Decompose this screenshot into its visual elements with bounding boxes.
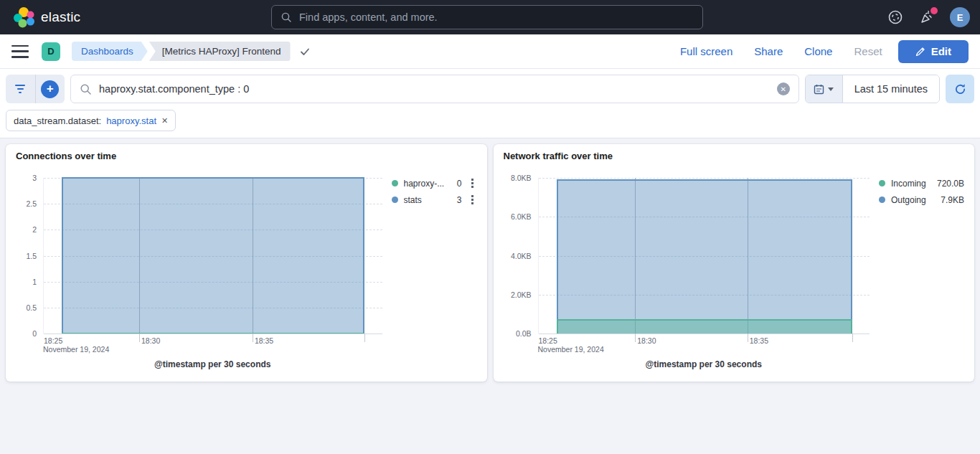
x-axis-tick-label: 18:35 [750, 336, 768, 345]
saved-query-menu-button[interactable] [6, 75, 35, 103]
x-axis-tick-label: 18:30 [141, 336, 160, 345]
elastic-logo[interactable]: elastic [13, 6, 80, 28]
user-avatar[interactable]: E [950, 7, 970, 27]
chart-plot-area[interactable]: 18:2518:3018:35 [43, 178, 382, 334]
pencil-icon [915, 47, 925, 57]
x-axis-tick-label: 18:25 [44, 336, 62, 345]
plus-circle-icon: + [41, 80, 59, 98]
clear-query-button[interactable]: ✕ [777, 82, 790, 95]
search-icon [80, 83, 92, 95]
series-line-stats [62, 177, 364, 179]
area-fill-incoming [557, 320, 852, 334]
legend-menu-icon[interactable] [468, 179, 477, 188]
legend-menu-icon[interactable] [468, 195, 477, 204]
legend-item-haproxy[interactable]: haproxy-...0 [392, 178, 477, 189]
x-axis-tick [748, 334, 748, 342]
global-header: elastic Find apps, content, and more. E [0, 0, 980, 34]
chart-legend: haproxy-...0stats3 [382, 178, 477, 334]
y-axis-tick-label: 2 [32, 225, 37, 234]
area-edge-incoming [851, 320, 852, 334]
refresh-button[interactable] [946, 75, 974, 103]
x-axis-title: @timestamp per 30 seconds [43, 359, 382, 369]
panel-network-traffic-over-time: Network traffic over time 8.0KB6.0KB4.0K… [494, 144, 975, 382]
panel-title: Connections over time [16, 150, 477, 162]
space-avatar[interactable]: D [42, 42, 60, 61]
dashboard-toolbar: D Dashboards [Metrics HAProxy] Frontend … [0, 34, 980, 69]
breadcrumb-current-dashboard: [Metrics HAProxy] Frontend [149, 42, 291, 61]
filter-pill-data-stream[interactable]: data_stream.dataset: haproxy.stat ✕ [6, 110, 176, 131]
legend-label: haproxy-... [404, 179, 446, 189]
search-icon [281, 11, 292, 23]
calendar-icon [814, 84, 824, 95]
edit-button-label: Edit [931, 45, 951, 57]
date-picker-menu-button[interactable] [806, 75, 843, 103]
area-edge-outgoing [557, 180, 558, 334]
time-range-picker: Last 15 minutes [805, 75, 940, 103]
brand-name: elastic [41, 9, 80, 25]
legend-label: stats [404, 195, 446, 205]
legend-item-stats[interactable]: stats3 [392, 194, 477, 205]
filter-controls-group: + [6, 75, 65, 103]
news-feed-button[interactable] [918, 9, 936, 26]
reset-button[interactable]: Reset [854, 45, 882, 57]
filter-icon [15, 85, 25, 93]
global-search-input[interactable]: Find apps, content, and more. [271, 5, 703, 29]
legend-color-dot [392, 180, 398, 186]
y-axis-tick-label: 0.0B [516, 329, 532, 338]
breadcrumb-dashboards[interactable]: Dashboards [72, 42, 148, 61]
query-input[interactable]: haproxy.stat.component_type : 0 ✕ [70, 75, 799, 103]
elastic-logo-icon [13, 6, 34, 28]
x-axis-tick [635, 334, 636, 342]
full-screen-button[interactable]: Full screen [680, 45, 732, 57]
legend-value: 0 [451, 179, 462, 189]
x-axis-date-label: November 19, 2024 [43, 345, 109, 354]
legend-color-dot [879, 197, 885, 203]
chart-plot-area[interactable]: 18:2518:3018:35 [538, 178, 870, 334]
x-axis-tick [852, 334, 853, 342]
y-axis: 8.0KB6.0KB4.0KB2.0KB0.0B [504, 178, 538, 334]
y-axis-tick-label: 8.0KB [511, 174, 532, 182]
legend-value: 720.0B [937, 179, 964, 189]
legend-item-outgoing[interactable]: Outgoing7.9KB [879, 194, 964, 205]
legend-item-incoming[interactable]: Incoming720.0B [879, 178, 964, 189]
area-edge-stats [363, 178, 364, 334]
x-axis-tick [364, 334, 365, 342]
area-fill-outgoing [557, 180, 852, 334]
area-edge-outgoing [851, 180, 852, 334]
y-axis-tick-label: 1 [32, 278, 37, 286]
share-button[interactable]: Share [754, 45, 783, 57]
y-axis-tick-label: 2.0KB [511, 290, 532, 299]
series-line-outgoing [557, 179, 852, 181]
legend-color-dot [879, 180, 885, 186]
y-axis-tick-label: 0.5 [26, 303, 37, 312]
time-range-value[interactable]: Last 15 minutes [843, 75, 939, 103]
help-menu-button[interactable] [887, 9, 904, 26]
menu-toggle-button[interactable] [11, 45, 29, 58]
y-axis-tick-label: 6.0KB [511, 212, 532, 221]
query-bar-section: + haproxy.stat.component_type : 0 ✕ [0, 69, 980, 138]
x-axis-tick-label: 18:35 [255, 336, 273, 345]
y-axis-tick-label: 4.0KB [511, 252, 532, 260]
add-filter-button[interactable]: + [35, 75, 65, 103]
x-axis-title: @timestamp per 30 seconds [538, 359, 870, 369]
area-fill-stats [62, 178, 364, 334]
refresh-icon [954, 83, 966, 95]
x-axis-baseline [539, 334, 870, 334]
x-axis-tick [139, 334, 140, 342]
breadcrumb-check-icon[interactable] [299, 46, 311, 57]
legend-value: 7.9KB [941, 195, 964, 205]
y-axis-tick-label: 3 [32, 174, 37, 182]
notification-badge [930, 7, 938, 14]
remove-filter-icon[interactable]: ✕ [161, 116, 168, 126]
x-axis-tick-label: 18:25 [539, 336, 557, 345]
breadcrumb: Dashboards [Metrics HAProxy] Frontend [72, 42, 291, 61]
legend-label: Incoming [891, 179, 933, 189]
x-axis-baseline [44, 334, 382, 334]
legend-value: 3 [451, 195, 462, 205]
dashboard-grid: Connections over time 32.521.510.50 18:2… [0, 138, 980, 387]
help-icon [887, 9, 903, 25]
y-axis-tick-label: 1.5 [26, 252, 37, 260]
x-axis-date-label: November 19, 2024 [538, 345, 604, 354]
edit-button[interactable]: Edit [898, 40, 969, 63]
clone-button[interactable]: Clone [804, 45, 832, 57]
